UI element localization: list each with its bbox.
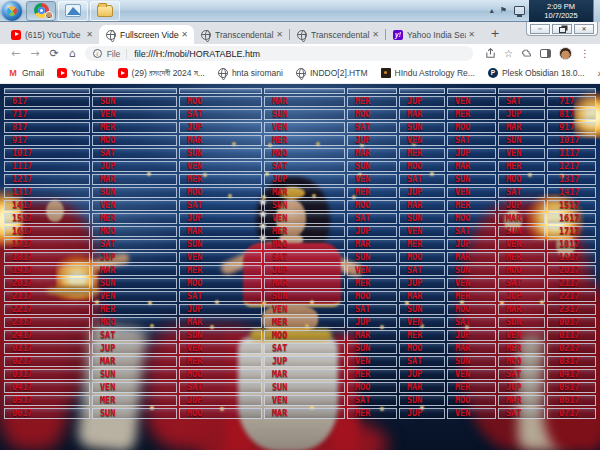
- share-icon[interactable]: [485, 48, 496, 59]
- hora-planet-cell: SUN: [447, 356, 496, 367]
- hora-planet-cell: JUP: [498, 291, 545, 302]
- hora-start-time-cell: 817: [4, 122, 90, 133]
- hora-start-time-cell: 1417: [4, 200, 90, 211]
- hora-planet-cell: MOO: [92, 226, 177, 237]
- hora-planet-cell: SUN: [498, 135, 545, 146]
- hora-planet-cell: VEN: [447, 187, 496, 198]
- taskbar-chrome-button[interactable]: [26, 1, 56, 21]
- network-icon[interactable]: [514, 6, 525, 15]
- hora-planet-cell: MER: [179, 356, 262, 367]
- hora-planet-cell: JUP: [92, 161, 177, 172]
- tab--615-youtube[interactable]: (615) YouTube✕: [4, 25, 99, 44]
- tab-fullscreen-video[interactable]: Fullscreen Video✕: [99, 25, 194, 44]
- taskbar-photo-viewer-button[interactable]: [58, 1, 88, 21]
- hora-planet-cell: SUN: [92, 96, 177, 107]
- extensions-puzzle-icon[interactable]: [521, 48, 532, 59]
- hora-spacer-cell: [179, 88, 262, 94]
- hora-start-time-cell: 2017: [4, 278, 90, 289]
- tab-close-icon[interactable]: ✕: [84, 30, 95, 39]
- bookmark-item[interactable]: INDDO[2].HTM: [296, 68, 368, 78]
- back-icon[interactable]: ←: [11, 45, 20, 62]
- menu-kebab-icon[interactable]: ⋮: [580, 45, 590, 62]
- hora-row: 1917MARMERJUPVENSATSUNMOO2017: [4, 265, 596, 276]
- hora-planet-cell: MER: [347, 96, 397, 107]
- hora-row: 1417VENSATSUNMOOMARMERJUP1517: [4, 200, 596, 211]
- hora-row: 2017SUNMOOMARMERJUPVENSAT2117: [4, 278, 596, 289]
- new-tab-button[interactable]: +: [487, 26, 503, 42]
- hora-planet-cell: SAT: [264, 161, 345, 172]
- hora-end-time-cell: 2217: [547, 291, 596, 302]
- address-bar[interactable]: i File file:///H:/mobi/HORATABLE.htm: [85, 46, 473, 61]
- page-info-icon[interactable]: i: [93, 49, 102, 58]
- hora-planet-cell: SAT: [399, 356, 445, 367]
- tab-close-icon[interactable]: ✕: [370, 30, 381, 39]
- hora-start-time-cell: 1717: [4, 239, 90, 250]
- hora-planet-cell: JUP: [347, 226, 397, 237]
- side-panel-icon[interactable]: [540, 49, 551, 58]
- close-button[interactable]: ✕: [574, 24, 594, 34]
- hora-start-time-cell: 0117: [4, 343, 90, 354]
- hora-planet-cell: SAT: [447, 135, 496, 146]
- taskbar-explorer-button[interactable]: [90, 1, 120, 21]
- hora-planet-cell: VEN: [92, 200, 177, 211]
- bookmark-item[interactable]: MGmail: [8, 68, 44, 78]
- hora-planet-cell: SUN: [447, 174, 496, 185]
- hidden-icons-chevron-icon[interactable]: ▴: [490, 6, 494, 15]
- hora-planet-cell: MAR: [92, 174, 177, 185]
- hora-spacer-cell: [547, 88, 596, 94]
- hora-spacer-cell: [447, 88, 496, 94]
- taskbar-clock[interactable]: 2:09 PM 10/7/2025: [529, 0, 593, 22]
- profile-avatar[interactable]: [559, 47, 572, 60]
- hora-planet-cell: MOO: [347, 291, 397, 302]
- start-orb-icon[interactable]: [2, 1, 22, 21]
- hora-start-time-cell: 2217: [4, 304, 90, 315]
- bookmark-star-icon[interactable]: ☆: [504, 45, 513, 62]
- hora-table: 617SUNMOOMARMERJUPVENSAT717717VENSATSUNM…: [2, 86, 598, 421]
- hora-planet-cell: MAR: [399, 382, 445, 393]
- hora-planet-cell: MOO: [179, 369, 262, 380]
- tab-close-icon[interactable]: ✕: [179, 30, 190, 39]
- bookmark-item[interactable]: HIndu Astrology Re...: [381, 68, 475, 78]
- tab-close-icon[interactable]: ✕: [274, 30, 285, 39]
- hora-end-time-cell: 817: [547, 109, 596, 120]
- hora-planet-cell: VEN: [347, 174, 397, 185]
- page-content: 617SUNMOOMARMERJUPVENSAT717717VENSATSUNM…: [0, 84, 600, 450]
- bookmark-item[interactable]: PPlesk Obsidian 18.0...: [488, 68, 585, 78]
- tab-transcendental-ar[interactable]: Transcendental Ar✕: [290, 25, 385, 44]
- action-center-flag-icon[interactable]: ⚑: [500, 6, 507, 15]
- hora-end-time-cell: 1317: [547, 174, 596, 185]
- hora-planet-cell: JUP: [264, 356, 345, 367]
- tab-yahoo-india-searc[interactable]: y!Yahoo India Searc✕: [386, 25, 481, 44]
- bookmark-item[interactable]: (29) রসংদেবী 2024 ম...: [118, 68, 205, 79]
- reload-icon[interactable]: ⟳: [49, 45, 58, 62]
- hora-planet-cell: MER: [179, 174, 262, 185]
- bookmark-label: Plesk Obsidian 18.0...: [502, 68, 585, 78]
- hora-planet-cell: SAT: [399, 265, 445, 276]
- hora-planet-cell: SAT: [498, 278, 545, 289]
- hora-planet-cell: JUP: [498, 109, 545, 120]
- hora-planet-cell: SUN: [264, 109, 345, 120]
- tab-transcendental-ar[interactable]: Transcendental Ar✕: [194, 25, 289, 44]
- restore-button[interactable]: [552, 24, 572, 34]
- hora-planet-cell: SUN: [92, 187, 177, 198]
- hora-end-time-cell: 0117: [547, 330, 596, 341]
- minimize-button[interactable]: ─: [530, 24, 550, 34]
- hora-planet-cell: VEN: [179, 343, 262, 354]
- hora-planet-cell: MAR: [399, 200, 445, 211]
- hora-planet-cell: MER: [347, 369, 397, 380]
- hora-end-time-cell: 0217: [547, 343, 596, 354]
- tab-close-icon[interactable]: ✕: [466, 30, 477, 39]
- hora-end-time-cell: 2117: [547, 278, 596, 289]
- hora-row: 0517MERJUPVENSATSUNMOOMAR0617: [4, 395, 596, 406]
- hora-planet-cell: JUP: [179, 304, 262, 315]
- hora-planet-cell: SAT: [447, 226, 496, 237]
- forward-icon[interactable]: →: [30, 45, 39, 62]
- bookmark-item[interactable]: YouTube: [57, 68, 104, 78]
- hora-planet-cell: MER: [347, 187, 397, 198]
- hora-planet-cell: MOO: [447, 395, 496, 406]
- hora-row: 617SUNMOOMARMERJUPVENSAT717: [4, 96, 596, 107]
- bookmark-item[interactable]: hnta siromani: [218, 68, 283, 78]
- show-desktop-button[interactable]: [593, 0, 600, 22]
- home-icon[interactable]: ⌂: [69, 45, 76, 62]
- window-controls: ─ ✕: [526, 22, 598, 36]
